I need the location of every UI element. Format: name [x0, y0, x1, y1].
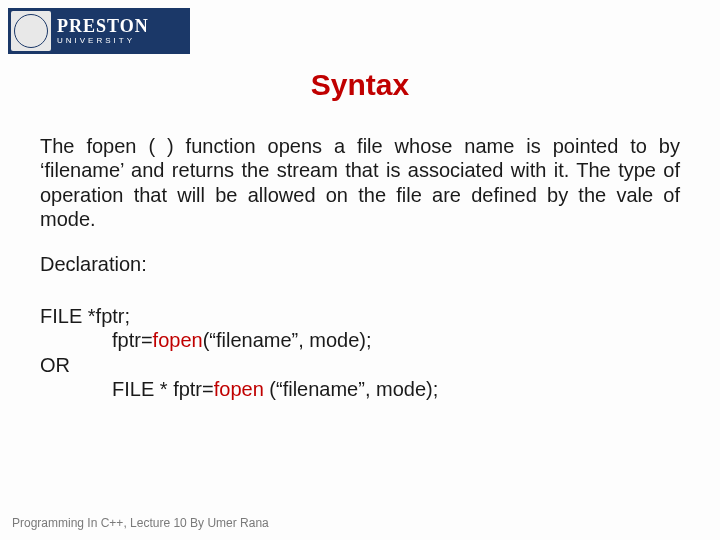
logo-seal-icon: [11, 11, 51, 51]
description-paragraph: The fopen ( ) function opens a file whos…: [40, 134, 680, 232]
code-line-1: FILE *fptr;: [40, 304, 680, 328]
slide-title: Syntax: [0, 68, 720, 102]
slide-footer: Programming In C++, Lecture 10 By Umer R…: [12, 516, 269, 530]
code-text: (“filename”, mode);: [269, 378, 438, 400]
declaration-label: Declaration:: [40, 252, 680, 276]
code-fn: fopen: [153, 329, 203, 351]
code-block: FILE *fptr; fptr=fopen(“filename”, mode)…: [40, 304, 680, 402]
code-line-4: FILE * fptr=fopen (“filename”, mode);: [40, 377, 680, 401]
logo-line1: PRESTON: [57, 17, 149, 35]
code-fn: fopen: [214, 378, 270, 400]
logo-line2: UNIVERSITY: [57, 37, 149, 45]
code-line-2: fptr=fopen(“filename”, mode);: [40, 328, 680, 352]
code-line-3: OR: [40, 353, 680, 377]
slide-body: The fopen ( ) function opens a file whos…: [40, 134, 680, 402]
logo-text: PRESTON UNIVERSITY: [57, 17, 149, 45]
university-logo: PRESTON UNIVERSITY: [8, 8, 190, 54]
code-text: (“filename”, mode);: [203, 329, 372, 351]
code-text: fptr=: [112, 329, 153, 351]
code-text: FILE * fptr=: [112, 378, 214, 400]
